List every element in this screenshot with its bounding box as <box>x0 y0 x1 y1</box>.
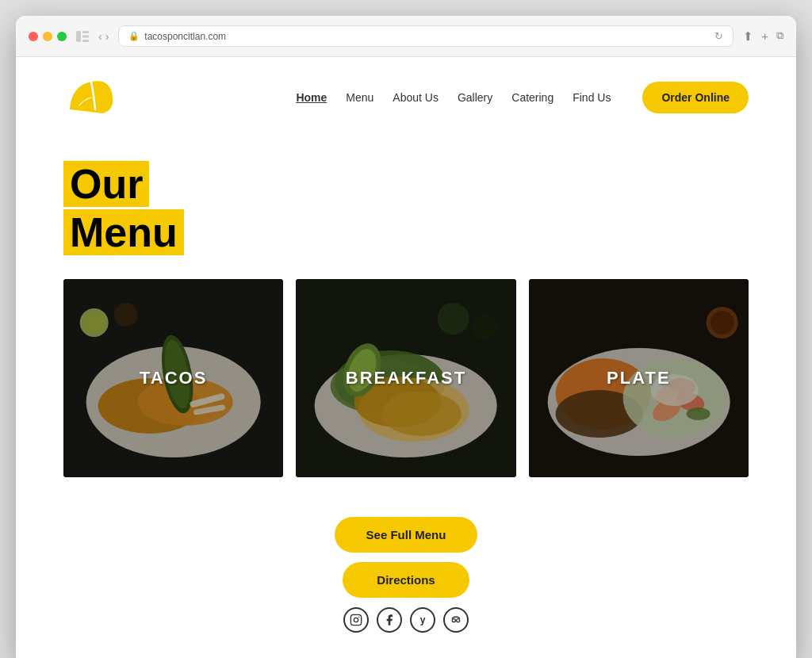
nav-catering[interactable]: Catering <box>511 91 553 104</box>
maximize-button[interactable] <box>57 32 67 41</box>
social-icons: y <box>343 607 469 648</box>
svg-point-41 <box>354 618 358 622</box>
cta-section: See Full Menu Directions y <box>16 501 796 658</box>
sidebar-toggle-icon[interactable] <box>76 31 89 42</box>
main-content: Our Menu <box>16 138 796 477</box>
browser-chrome: ‹ › 🔒 tacosponcitlan.com ↻ ⬆ + ⧉ <box>16 16 796 57</box>
facebook-icon[interactable] <box>377 607 402 633</box>
address-bar[interactable]: 🔒 tacosponcitlan.com ↻ <box>118 25 733 47</box>
close-button[interactable] <box>29 32 38 41</box>
browser-back-forward[interactable]: ‹ › <box>98 30 109 43</box>
nav-home[interactable]: Home <box>296 91 327 104</box>
svg-rect-3 <box>82 40 89 42</box>
svg-rect-1 <box>82 31 89 33</box>
see-full-menu-button[interactable]: See Full Menu <box>335 517 478 553</box>
nav-gallery[interactable]: Gallery <box>458 91 492 104</box>
title-line-1: Our <box>63 161 149 207</box>
tacos-label: TACOS <box>140 368 207 388</box>
forward-arrow-icon[interactable]: › <box>105 30 109 43</box>
nav-about[interactable]: About Us <box>393 91 439 104</box>
svg-rect-40 <box>350 615 361 625</box>
logo-icon <box>63 70 119 125</box>
breakfast-card[interactable]: BREAKFAST <box>296 279 515 477</box>
tacos-overlay: TACOS <box>63 279 283 477</box>
title-line-2: Menu <box>63 209 184 255</box>
back-arrow-icon[interactable]: ‹ <box>98 30 102 43</box>
svg-point-43 <box>452 619 455 622</box>
breakfast-overlay: BREAKFAST <box>296 279 515 477</box>
svg-rect-2 <box>82 35 89 37</box>
plate-overlay: PLATE <box>529 279 749 477</box>
share-icon[interactable]: ⬆ <box>743 29 753 44</box>
yelp-icon[interactable]: y <box>410 607 435 633</box>
browser-window: ‹ › 🔒 tacosponcitlan.com ↻ ⬆ + ⧉ <box>16 16 796 658</box>
svg-point-44 <box>457 619 460 622</box>
lock-icon: 🔒 <box>128 31 140 41</box>
url-text: tacosponcitlan.com <box>144 31 226 42</box>
svg-rect-0 <box>76 31 81 42</box>
tacos-card[interactable]: TACOS <box>63 279 283 477</box>
main-nav: Home Menu About Us Gallery Catering Find… <box>296 90 611 105</box>
svg-point-42 <box>358 617 359 618</box>
breakfast-label: BREAKFAST <box>346 368 466 388</box>
tripadvisor-icon[interactable] <box>443 607 469 633</box>
traffic-lights <box>29 32 67 41</box>
browser-actions: ⬆ + ⧉ <box>743 29 783 44</box>
plate-label: PLATE <box>607 368 670 388</box>
page-title: Our Menu <box>63 162 749 255</box>
food-cards-grid: TACOS <box>63 279 749 477</box>
minimize-button[interactable] <box>43 32 52 41</box>
instagram-icon[interactable] <box>343 607 369 633</box>
nav-menu[interactable]: Menu <box>346 91 373 104</box>
page-content: Home Menu About Us Gallery Catering Find… <box>16 57 796 658</box>
nav-find-us[interactable]: Find Us <box>573 91 611 104</box>
directions-button[interactable]: Directions <box>343 562 469 598</box>
order-online-button[interactable]: Order Online <box>642 82 749 113</box>
plate-card[interactable]: PLATE <box>529 279 749 477</box>
new-tab-icon[interactable]: + <box>761 29 768 44</box>
site-header: Home Menu About Us Gallery Catering Find… <box>16 57 796 138</box>
tabs-icon[interactable]: ⧉ <box>776 29 783 44</box>
refresh-icon[interactable]: ↻ <box>714 30 723 42</box>
logo[interactable] <box>63 70 119 125</box>
